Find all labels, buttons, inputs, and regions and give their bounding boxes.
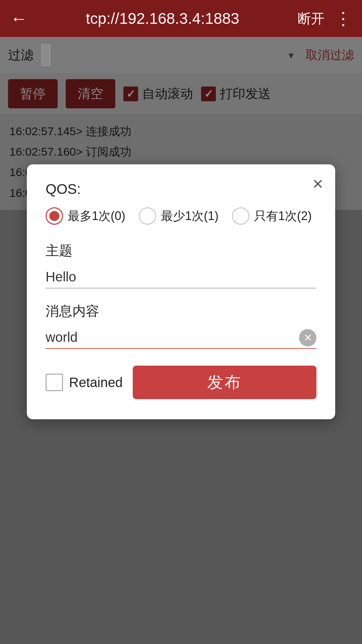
topic-label: 主题	[46, 241, 316, 260]
topic-input[interactable]	[46, 266, 316, 288]
main-content: 过滤 ▾ 取消过滤 暂停 清空 自动滚动 打印发送 16:02:57.145> …	[0, 37, 362, 644]
qos-label-2: 只有1次(2)	[254, 208, 312, 224]
back-button[interactable]: ←	[10, 10, 27, 27]
qos-option-1[interactable]: 最少1次(1)	[139, 207, 219, 225]
qos-label-1: 最少1次(1)	[161, 208, 219, 224]
qos-radio-2[interactable]	[232, 207, 249, 225]
qos-option-0[interactable]: 最多1次(0)	[46, 207, 125, 225]
disconnect-button[interactable]: 断开	[298, 9, 324, 28]
qos-radio-0[interactable]	[46, 207, 63, 225]
topic-section: 主题	[46, 241, 316, 288]
dialog-overlay: × QOS: 最多1次(0) 最少1次(1) 只有1次(2)	[0, 37, 362, 644]
qos-group: 最多1次(0) 最少1次(1) 只有1次(2)	[46, 207, 316, 225]
retained-wrap: Retained	[46, 374, 123, 391]
publish-button[interactable]: 发布	[133, 366, 316, 399]
qos-option-2[interactable]: 只有1次(2)	[232, 207, 312, 225]
publish-dialog: × QOS: 最多1次(0) 最少1次(1) 只有1次(2)	[27, 164, 335, 419]
qos-radio-1[interactable]	[139, 207, 156, 225]
close-icon: ✕	[304, 332, 312, 343]
message-section: 消息内容 ✕	[46, 302, 316, 349]
retained-label: Retained	[69, 375, 123, 390]
message-label: 消息内容	[46, 302, 316, 320]
message-input[interactable]	[46, 326, 316, 349]
menu-button[interactable]: ⋮	[335, 8, 352, 29]
page-title: tcp://192.168.3.4:1883	[34, 9, 291, 28]
message-clear-button[interactable]: ✕	[299, 329, 316, 346]
dialog-bottom: Retained 发布	[46, 366, 316, 399]
top-bar: ← tcp://192.168.3.4:1883 断开 ⋮	[0, 0, 362, 37]
qos-radio-inner-0	[49, 211, 59, 221]
close-button[interactable]: ×	[312, 174, 323, 193]
message-input-wrap: ✕	[46, 326, 316, 349]
qos-label-0: 最多1次(0)	[68, 208, 125, 224]
qos-label: QOS:	[46, 181, 316, 197]
retained-checkbox[interactable]	[46, 374, 63, 391]
